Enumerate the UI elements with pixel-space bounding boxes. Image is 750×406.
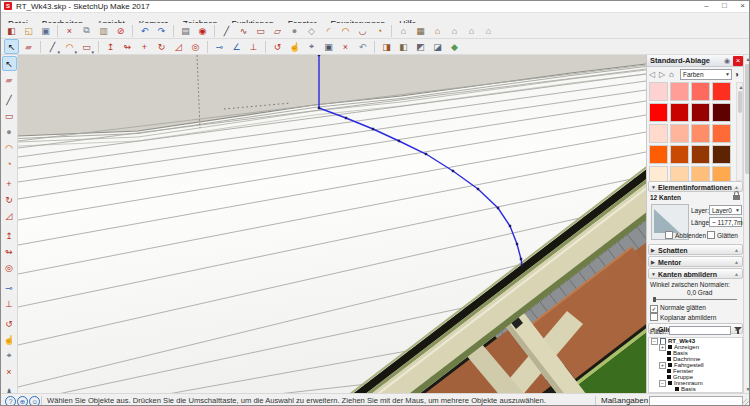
offset-tool-icon[interactable]: ◎ [2, 260, 17, 275]
cut-icon[interactable]: × [62, 23, 77, 38]
smooth-normals-checkbox[interactable]: ✓Normale glätten [650, 304, 706, 313]
model-info-icon[interactable]: ◉ [195, 23, 210, 38]
color-swatch[interactable] [691, 82, 710, 101]
zoom-tool-icon[interactable]: ⌖ [304, 39, 319, 54]
select-tool-icon[interactable]: ↖ [4, 39, 19, 54]
tape-measure-icon[interactable]: ⊸ [212, 39, 227, 54]
pin-icon[interactable]: ◉ [724, 57, 730, 65]
color-swatch[interactable] [712, 103, 731, 122]
close-button[interactable]: × [734, 1, 750, 12]
move-tool-icon[interactable]: + [2, 176, 17, 191]
color-swatch[interactable] [649, 124, 668, 143]
color-swatch[interactable] [691, 124, 710, 143]
save-icon[interactable]: ▣ [38, 23, 53, 38]
arc-tool-icon[interactable]: ◠▾ [62, 39, 77, 54]
hide-checkbox[interactable]: Abblenden [665, 231, 706, 239]
color-swatch[interactable] [649, 166, 668, 181]
tray-scrollbar[interactable]: ▲ ▼ [743, 55, 750, 393]
measurements-input[interactable] [649, 396, 743, 406]
minimize-button[interactable]: – [698, 1, 715, 12]
arc-tool-icon[interactable]: ◠ [2, 140, 17, 155]
polygon-tool-icon[interactable]: ◇ [304, 23, 319, 38]
copy-icon[interactable]: ⧉ [79, 23, 94, 38]
color-swatch[interactable] [670, 166, 689, 181]
freehand-tool-icon[interactable]: ∿ [236, 23, 251, 38]
back-view-icon[interactable]: ⌂ [464, 23, 479, 38]
color-swatch[interactable] [670, 103, 689, 122]
line-tool-icon[interactable]: ╱ [219, 23, 234, 38]
panel-instructor[interactable]: ▶Mentor▲ [648, 256, 743, 267]
resize-grip[interactable] [742, 399, 750, 406]
panel-shadows[interactable]: ▶Schatten▲ [648, 244, 743, 255]
tree-expander-icon[interactable]: − [659, 380, 666, 387]
zoom-extents-icon[interactable]: × [338, 39, 353, 54]
soften-coplanar-checkbox[interactable]: Koplanar abmildern [650, 313, 716, 321]
geolocation-icon[interactable]: ⊕ [17, 396, 28, 406]
back-icon[interactable]: ◁ [649, 70, 655, 79]
home-icon[interactable]: ⌂ [669, 70, 674, 79]
paint-bucket-icon[interactable]: ◨ [379, 39, 394, 54]
scale-tool-icon[interactable]: ◿ [171, 39, 186, 54]
push-pull-tool-icon[interactable]: ↥ [103, 39, 118, 54]
redo-icon[interactable]: ↷ [154, 23, 169, 38]
help-icon[interactable]: ? [5, 396, 16, 406]
color-swatch[interactable] [649, 145, 668, 164]
paste-icon[interactable]: ▥ [96, 23, 111, 38]
protractor-icon[interactable]: ∠ [229, 39, 244, 54]
eraser-tool-icon[interactable]: ▰ [2, 72, 17, 87]
arc-tool-icon[interactable]: ◜ [321, 23, 336, 38]
rectangle-tool-icon[interactable]: ▭ [2, 108, 17, 123]
color-swatch[interactable] [691, 103, 710, 122]
panel-soften-edges[interactable]: ▼Kanten abmildern▲ [648, 268, 743, 279]
right-view-icon[interactable]: ⌂ [447, 23, 462, 38]
color-swatch[interactable] [670, 145, 689, 164]
follow-me-tool-icon[interactable]: ↬ [120, 39, 135, 54]
tree-expander-icon[interactable]: + [659, 362, 666, 369]
color-swatch[interactable] [712, 166, 731, 181]
left-view-icon[interactable]: ⌂ [481, 23, 496, 38]
color-swatch[interactable] [670, 124, 689, 143]
line-tool-icon[interactable]: ╱ [2, 92, 17, 107]
shadows-toggle-icon[interactable]: ◩ [413, 39, 428, 54]
materials-dropdown[interactable]: Farben ▼ [680, 69, 732, 80]
color-swatch[interactable] [691, 145, 710, 164]
pan-tool-icon[interactable]: ☝ [287, 39, 302, 54]
smooth-checkbox[interactable]: Glätten [707, 231, 738, 239]
rotate-tool-icon[interactable]: ↻ [154, 39, 169, 54]
color-swatch[interactable] [670, 82, 689, 101]
color-swatch[interactable] [649, 103, 668, 122]
color-swatch[interactable] [712, 124, 731, 143]
axes-tool-icon[interactable]: ⊥ [2, 296, 17, 311]
pie-tool-icon[interactable]: ◔ [372, 23, 387, 38]
color-swatch[interactable] [712, 82, 731, 101]
filter-input[interactable] [669, 326, 731, 335]
front-view-icon[interactable]: ⌂ [430, 23, 445, 38]
panel-entity-info[interactable]: ▼ Elementinformationen ▲ [648, 181, 743, 192]
color-swatch[interactable] [712, 145, 731, 164]
three-point-arc-tool-icon[interactable]: ◡ [355, 23, 370, 38]
tree-expander-icon[interactable]: + [659, 344, 666, 351]
axes-tool-icon[interactable]: ⊥ [246, 39, 261, 54]
pie-tool-icon[interactable]: ◔ [2, 156, 17, 171]
pan-tool-icon[interactable]: ☝ [2, 332, 17, 347]
circle-tool-icon[interactable]: ● [2, 124, 17, 139]
offset-tool-icon[interactable]: ◎ [188, 39, 203, 54]
filter-funnel-icon[interactable] [734, 326, 742, 335]
zoom-window-icon[interactable]: ▣ [321, 39, 336, 54]
sample-paint-icon[interactable]: ◑ [734, 70, 739, 79]
section-plane-icon[interactable]: ◪ [430, 39, 445, 54]
rotate-tool-icon[interactable]: ↻ [2, 192, 17, 207]
tree-expander-icon[interactable]: − [651, 338, 658, 345]
previous-view-icon[interactable]: ↶ [355, 39, 370, 54]
zoom-tool-icon[interactable]: ⌖ [2, 348, 17, 363]
top-view-icon[interactable]: ▦ [413, 23, 428, 38]
undo-icon[interactable]: ↶ [137, 23, 152, 38]
circle-tool-icon[interactable]: ● [287, 23, 302, 38]
length-field[interactable]: ~ 1177,7mm [709, 217, 742, 227]
color-swatch[interactable] [649, 82, 668, 101]
move-tool-icon[interactable]: + [137, 39, 152, 54]
new-file-icon[interactable]: ◧ [4, 23, 19, 38]
rotated-rectangle-tool-icon[interactable]: ▱ [270, 23, 285, 38]
eraser-tool-icon[interactable]: ▰ [21, 39, 36, 54]
angle-slider[interactable] [653, 297, 737, 302]
